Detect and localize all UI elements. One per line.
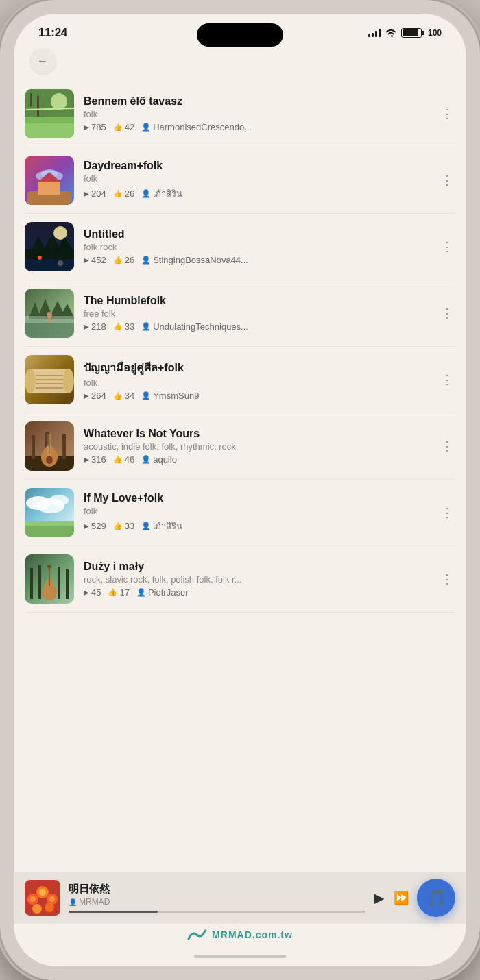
svg-rect-41 (32, 435, 35, 459)
play-icon: ▶ (84, 392, 89, 400)
song-stats: ▶ 45 👍 17 👤 PiotrJaser (84, 587, 429, 598)
list-item[interactable]: Whatever Is Not Yours acoustic, indie fo… (25, 413, 455, 480)
artist-small-icon: 👤 (69, 898, 77, 906)
list-item[interactable]: Untitled folk rock ▶ 452 👍 26 👤 Stinging… (25, 214, 455, 280)
signal-icon (368, 29, 381, 37)
song-stats: ▶ 316 👍 46 👤 aquilo (84, 454, 429, 465)
status-icons: 100 (368, 28, 442, 38)
now-playing-bar[interactable]: 明日依然 👤 MRMAD ▶ ⏩ 🎵 (14, 872, 466, 924)
svg-rect-56 (25, 526, 74, 537)
phone-frame: 11:24 100 (0, 0, 480, 980)
like-count: 33 (125, 521, 134, 531)
play-count: 45 (91, 587, 101, 598)
artist-name: aquilo (153, 454, 177, 465)
like-count: 26 (125, 188, 134, 199)
artist-icon: 👤 (141, 455, 151, 464)
song-stats: ▶ 529 👍 33 👤 เก้าสิริน (84, 519, 429, 533)
svg-rect-59 (38, 565, 41, 599)
phone-screen: 11:24 100 (14, 14, 466, 966)
song-title: Daydream+folk (84, 160, 429, 172)
more-button[interactable]: ⋮ (439, 500, 455, 525)
play-count: 264 (91, 391, 106, 401)
play-icon: ▶ (84, 190, 89, 197)
forward-button[interactable]: ⏩ (394, 890, 409, 905)
header: ← (14, 44, 466, 81)
artist-icon: 👤 (141, 189, 151, 198)
svg-rect-43 (62, 434, 66, 459)
song-thumbnail (25, 222, 74, 271)
svg-point-74 (49, 896, 55, 902)
more-button[interactable]: ⋮ (439, 101, 455, 126)
more-button[interactable]: ⋮ (439, 434, 455, 458)
song-info: Duży i mały rock, slavic rock, folk, pol… (84, 561, 429, 598)
ai-recommend-button[interactable]: 🎵 (417, 879, 455, 917)
song-stats: ▶ 218 👍 33 👤 UndulatingTechniques... (84, 321, 429, 332)
svg-point-72 (39, 889, 46, 896)
artist-name: เก้าสิริน (153, 186, 182, 201)
song-title: ปัญญามือยู่คู่ศีล+folk (84, 359, 429, 376)
home-indicator (14, 946, 466, 966)
song-list[interactable]: Bennem élő tavasz folk ▶ 785 👍 42 👤 Harm… (14, 81, 466, 872)
more-button[interactable]: ⋮ (439, 168, 455, 193)
like-count: 46 (125, 454, 134, 465)
list-item[interactable]: ปัญญามือยู่คู่ศีล+folk folk ▶ 264 👍 34 👤… (25, 347, 455, 413)
song-thumbnail (25, 421, 74, 471)
more-button[interactable]: ⋮ (439, 301, 455, 326)
artist-icon: 👤 (141, 123, 151, 132)
song-genre: folk rock (84, 242, 429, 252)
like-count: 17 (119, 587, 129, 598)
song-title: Untitled (84, 228, 429, 241)
like-count: 42 (125, 122, 134, 132)
progress-fill (69, 911, 158, 913)
list-item[interactable]: If My Love+folk folk ▶ 529 👍 33 👤 เก้าสิ… (25, 480, 455, 546)
song-genre: folk (84, 378, 429, 388)
song-title: Whatever Is Not Yours (84, 428, 429, 440)
artist-name: UndulatingTechniques... (153, 321, 248, 332)
svg-rect-5 (30, 93, 32, 106)
like-icon: 👍 (113, 256, 123, 265)
list-item[interactable]: Daydream+folk folk ▶ 204 👍 26 👤 เก้าสิริ… (25, 147, 455, 214)
song-genre: rock, slavic rock, folk, polish folk, fo… (84, 574, 429, 585)
song-genre: free folk (84, 308, 429, 319)
play-icon: ▶ (84, 256, 89, 264)
battery-icon (401, 28, 422, 38)
artist-icon: 👤 (141, 322, 151, 331)
svg-point-29 (47, 312, 52, 317)
like-icon: 👍 (113, 391, 123, 400)
song-title: The Humblefolk (84, 295, 429, 307)
song-stats: ▶ 204 👍 26 👤 เก้าสิริน (84, 186, 429, 201)
like-icon: 👍 (113, 322, 123, 331)
svg-point-70 (32, 904, 42, 914)
svg-rect-60 (58, 567, 60, 599)
like-count: 34 (125, 391, 134, 401)
song-genre: folk (84, 109, 429, 119)
progress-bar[interactable] (69, 911, 365, 913)
song-stats: ▶ 264 👍 34 👤 YmsmSun9 (84, 391, 429, 401)
song-info: Whatever Is Not Yours acoustic, indie fo… (84, 428, 429, 465)
like-icon: 👍 (113, 522, 123, 530)
song-thumbnail (25, 554, 74, 604)
artist-icon: 👤 (136, 588, 146, 597)
home-bar (194, 955, 286, 958)
wifi-icon (385, 29, 397, 38)
song-stats: ▶ 785 👍 42 👤 HarmonisedCrescendo... (84, 122, 429, 132)
svg-point-33 (25, 369, 36, 393)
play-button[interactable]: ▶ (374, 890, 384, 906)
list-item[interactable]: Duży i mały rock, slavic rock, folk, pol… (25, 546, 455, 613)
svg-point-21 (38, 256, 42, 260)
svg-rect-11 (38, 182, 60, 195)
like-icon: 👍 (113, 189, 123, 198)
back-button[interactable]: ← (30, 48, 56, 74)
more-button[interactable]: ⋮ (439, 234, 455, 259)
list-item[interactable]: Bennem élő tavasz folk ▶ 785 👍 42 👤 Harm… (25, 81, 455, 147)
play-icon: ▶ (84, 522, 89, 530)
svg-rect-61 (66, 569, 69, 599)
play-count: 316 (91, 454, 106, 465)
more-button[interactable]: ⋮ (439, 367, 455, 392)
more-button[interactable]: ⋮ (439, 567, 455, 591)
list-item[interactable]: The Humblefolk free folk ▶ 218 👍 33 👤 Un… (25, 280, 455, 347)
now-playing-title: 明日依然 (69, 883, 365, 896)
svg-point-71 (45, 903, 54, 912)
artist-name: HarmonisedCrescendo... (153, 122, 252, 132)
now-playing-info: 明日依然 👤 MRMAD (69, 883, 365, 913)
